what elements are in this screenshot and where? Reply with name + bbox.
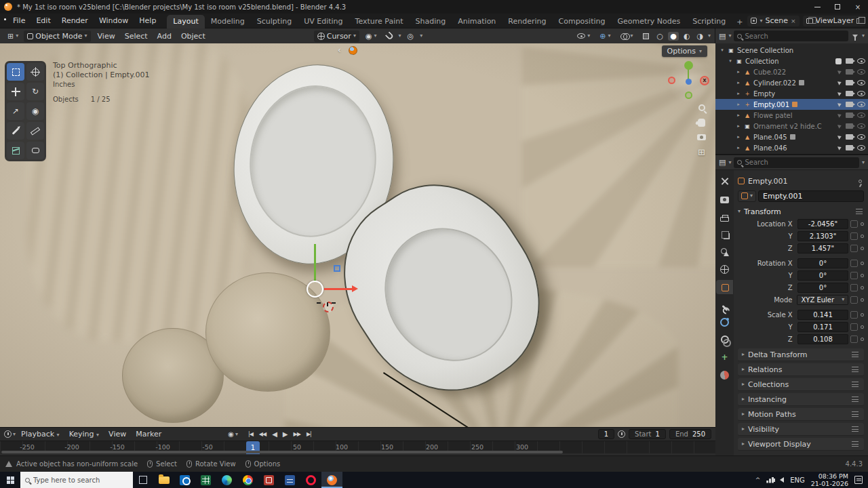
use-preview-range-icon[interactable] xyxy=(618,430,625,438)
tab-scripting[interactable]: Scripting xyxy=(686,15,732,28)
camera-visibility-icon[interactable] xyxy=(846,134,853,140)
tab-geometry-nodes[interactable]: Geometry Nodes xyxy=(611,15,686,28)
panel-menu-icon[interactable] xyxy=(852,411,859,417)
panel-menu-icon[interactable] xyxy=(852,382,859,387)
outliner-search[interactable] xyxy=(734,30,848,41)
panel-menu-icon[interactable] xyxy=(852,352,859,357)
rotation-x-field[interactable]: 0° xyxy=(797,258,849,268)
animate-icon[interactable] xyxy=(850,311,858,319)
jump-to-start-button[interactable]: |◀ xyxy=(245,431,256,437)
timeline-scrollbar[interactable] xyxy=(1,451,563,453)
outliner-row-cube[interactable]: ▸ ▲ Cube.022 xyxy=(715,66,868,77)
select-box-tool[interactable] xyxy=(7,63,24,81)
tab-physics[interactable] xyxy=(716,315,733,329)
xray-toggle[interactable] xyxy=(639,32,652,41)
mode-dropdown[interactable]: Object Mode ▾ xyxy=(24,30,90,42)
start-button[interactable] xyxy=(0,472,20,488)
collection-checkbox[interactable] xyxy=(835,58,842,64)
expand-icon[interactable]: ▾ xyxy=(719,47,725,53)
panel-menu-icon[interactable] xyxy=(852,441,859,447)
axis-x-positive[interactable]: X xyxy=(700,76,709,85)
add-workspace-button[interactable]: + xyxy=(732,16,747,28)
section-visibility[interactable]: ▸ Visibility xyxy=(738,423,864,436)
object-name-field[interactable]: Empty.001 xyxy=(758,190,864,202)
end-frame-field[interactable]: End 250 xyxy=(669,429,711,439)
prev-keyframe-button[interactable]: ◀◀ xyxy=(256,431,269,437)
panel-menu-icon[interactable] xyxy=(852,396,859,402)
animate-icon[interactable] xyxy=(850,220,858,228)
measure-tool[interactable] xyxy=(26,122,44,140)
section-viewport-display[interactable]: ▸ Viewport Display xyxy=(738,438,864,451)
camera-visibility-icon[interactable] xyxy=(846,113,853,118)
location-z-field[interactable]: 1.457" xyxy=(797,243,849,253)
timeline-ruler[interactable]: -250 -200 -150 -100 -50 1 50 100 150 200… xyxy=(0,441,715,453)
chevron-down-icon[interactable]: ▾ xyxy=(13,432,16,437)
expand-icon[interactable]: ▸ xyxy=(736,145,741,150)
animate-icon[interactable] xyxy=(850,245,858,252)
task-view-button[interactable] xyxy=(133,476,153,484)
selectable-icon[interactable] xyxy=(837,69,842,75)
tab-object[interactable] xyxy=(716,280,733,294)
taskbar-file-explorer[interactable] xyxy=(153,472,174,488)
tab-world[interactable] xyxy=(716,262,733,277)
taskbar-search[interactable] xyxy=(20,472,133,488)
camera-visibility-icon[interactable] xyxy=(846,69,853,75)
shading-rendered-button[interactable]: ◑ xyxy=(694,32,705,41)
action-center-icon[interactable] xyxy=(854,476,863,484)
animate-icon[interactable] xyxy=(850,284,858,291)
scale-y-field[interactable]: 0.171 xyxy=(797,322,849,332)
timeline-editor-icon[interactable] xyxy=(4,430,12,438)
decorate-icon[interactable] xyxy=(861,222,864,226)
decorate-icon[interactable] xyxy=(861,298,864,302)
scale-z-field[interactable]: 0.108 xyxy=(797,334,849,344)
section-collections[interactable]: ▸ Collections xyxy=(738,378,864,391)
add-cube-tool[interactable] xyxy=(7,142,24,159)
panel-menu-icon[interactable] xyxy=(852,367,859,372)
menu-edit[interactable]: Edit xyxy=(31,15,56,26)
tab-output[interactable] xyxy=(716,209,733,224)
current-frame-field[interactable]: 1 xyxy=(598,429,614,439)
camera-visibility-icon[interactable] xyxy=(846,91,853,96)
selectable-icon[interactable] xyxy=(837,91,842,96)
options-dropdown[interactable]: Options ▾ xyxy=(662,45,707,57)
collapse-region-arrow[interactable]: ‹ xyxy=(338,45,341,55)
selectable-icon[interactable] xyxy=(837,145,842,150)
shading-solid-button[interactable]: ● xyxy=(668,32,679,41)
editor-type-button[interactable]: ⊞ ▾ xyxy=(4,30,22,42)
tab-material[interactable] xyxy=(716,368,733,382)
play-button[interactable]: ▶ xyxy=(280,430,290,438)
eye-icon[interactable] xyxy=(857,134,865,140)
camera-view-icon[interactable] xyxy=(697,134,706,140)
eye-icon[interactable] xyxy=(857,91,865,96)
taskbar-blender[interactable] xyxy=(321,472,342,488)
snap-settings-dropdown[interactable]: ▾ xyxy=(399,33,401,39)
menu-add[interactable]: Add xyxy=(153,30,176,42)
gizmo-y-axis-handle[interactable] xyxy=(314,244,316,282)
viewlayer-selector[interactable]: ViewLayer xyxy=(803,16,866,26)
tab-render[interactable] xyxy=(716,192,733,206)
scene-unlink-icon[interactable]: × xyxy=(791,18,796,24)
camera-visibility-icon[interactable] xyxy=(846,58,853,64)
expand-icon[interactable]: ▸ xyxy=(736,102,741,107)
outliner-row-empty-001[interactable]: ▸ + Empty.001 xyxy=(715,99,868,110)
properties-search-input[interactable] xyxy=(745,159,856,166)
eye-icon[interactable] xyxy=(857,145,865,150)
location-y-field[interactable]: 2.1303" xyxy=(797,231,849,241)
tab-modeling[interactable]: Modeling xyxy=(205,15,251,28)
pin-icon[interactable] xyxy=(859,180,862,183)
menu-marker[interactable]: Marker xyxy=(132,429,165,439)
eye-icon[interactable] xyxy=(857,102,865,107)
play-reverse-button[interactable]: ◀ xyxy=(269,430,279,438)
eye-icon[interactable] xyxy=(857,80,865,85)
selectable-icon[interactable] xyxy=(837,123,842,129)
taskbar-chrome[interactable] xyxy=(237,472,258,488)
chevron-down-icon[interactable]: ▾ xyxy=(862,33,865,39)
decorate-icon[interactable] xyxy=(861,338,864,341)
chevron-down-icon[interactable]: ▾ xyxy=(862,160,865,165)
camera-visibility-icon[interactable] xyxy=(846,123,853,129)
properties-editor-icon[interactable]: ▤ xyxy=(719,158,726,167)
axis-z-dot[interactable] xyxy=(686,79,692,85)
jump-to-end-button[interactable]: ▶| xyxy=(304,431,314,437)
gizmo-x-axis-handle[interactable] xyxy=(324,288,352,290)
outliner-row-cylinder[interactable]: ▸ ▲ Cylinder.022 xyxy=(715,77,868,88)
